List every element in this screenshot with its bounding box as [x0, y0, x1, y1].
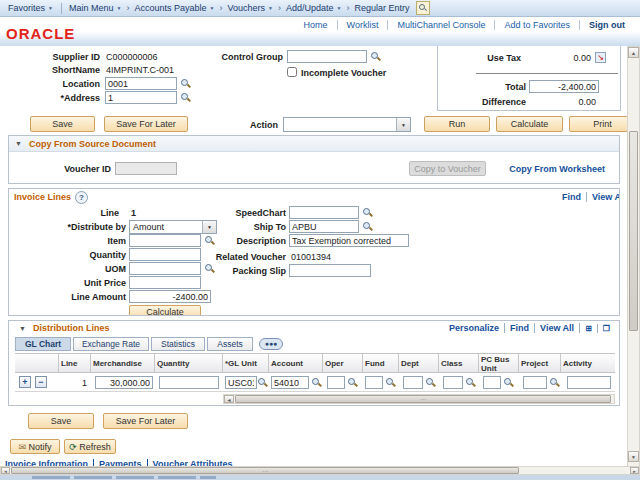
gl-unit-lookup-icon[interactable] — [257, 377, 268, 388]
scroll-right-icon[interactable]: ► — [630, 467, 639, 474]
footer-save-for-later-button[interactable]: Save For Later — [103, 413, 188, 429]
grid-header-pc-bus-unit: PC Bus Unit — [479, 354, 519, 374]
popup-window-icon[interactable]: ❒ — [598, 324, 615, 333]
unit-price-input[interactable] — [129, 276, 201, 289]
personalize-link[interactable]: Personalize — [444, 323, 505, 333]
delete-row-button[interactable]: − — [35, 376, 47, 388]
control-group-lookup-icon[interactable] — [370, 51, 381, 62]
tab-gl-chart[interactable]: GL Chart — [15, 337, 71, 351]
print-button[interactable]: Print — [569, 116, 627, 132]
class-lookup-icon[interactable] — [465, 377, 476, 388]
scroll-up-icon[interactable]: ▲ — [628, 47, 639, 58]
row-project-input[interactable] — [523, 376, 547, 389]
chevron-down-icon: ▼ — [268, 5, 273, 11]
grid-header-line: Line — [59, 354, 91, 374]
calculate-line-button[interactable]: Calculate — [129, 305, 201, 316]
incomplete-voucher-checkbox[interactable] — [287, 67, 297, 77]
fund-lookup-icon[interactable] — [385, 377, 396, 388]
refresh-button[interactable]: ⟳ Refresh — [64, 439, 116, 454]
view-all-link[interactable]: View All — [587, 192, 620, 202]
multichannel-console-link[interactable]: MultiChannel Console — [388, 20, 495, 30]
distribution-lines-title: Distribution Lines — [33, 323, 110, 333]
find-link[interactable]: Find — [505, 323, 535, 333]
project-lookup-icon[interactable] — [549, 377, 560, 388]
dept-lookup-icon[interactable] — [425, 377, 436, 388]
show-all-tabs-icon[interactable]: ●●● — [259, 338, 283, 350]
total-input[interactable] — [529, 80, 599, 93]
page-vertical-scrollbar[interactable]: ▲ ▼ — [627, 46, 640, 467]
control-group-input[interactable] — [287, 50, 367, 63]
row-pc-bus-unit-input[interactable] — [483, 376, 501, 389]
crumb-label: Accounts Payable — [134, 3, 206, 13]
save-for-later-button[interactable]: Save For Later — [104, 116, 188, 132]
favorites-menu[interactable]: Favorites ▼ — [8, 3, 53, 13]
location-input[interactable] — [105, 77, 177, 90]
search-icon[interactable] — [416, 1, 430, 15]
save-button[interactable]: Save — [30, 116, 95, 132]
row-quantity-input[interactable] — [159, 376, 219, 389]
crumb-add-update[interactable]: Add/Update ▼ — [286, 3, 342, 13]
grid-header-fund: Fund — [363, 354, 399, 374]
collapse-triangle-icon[interactable]: ▼ — [15, 140, 22, 147]
ship-to-input[interactable] — [289, 220, 359, 233]
view-all-link[interactable]: View All — [535, 323, 580, 333]
footer-save-button[interactable]: Save — [28, 413, 94, 429]
copy-source-header: ▼ Copy From Source Document — [9, 136, 619, 152]
speedchart-lookup-icon[interactable] — [362, 207, 373, 218]
find-link[interactable]: Find — [557, 192, 587, 202]
scroll-left-icon[interactable]: ◄ — [224, 395, 234, 403]
notify-label: Notify — [29, 442, 52, 452]
packing-slip-input[interactable] — [289, 264, 371, 277]
grid-horizontal-scrollbar[interactable]: ◄ ⋯ — [223, 394, 615, 404]
ship-to-lookup-icon[interactable] — [362, 221, 373, 232]
row-fund-input[interactable] — [365, 376, 383, 389]
help-icon[interactable]: ? — [75, 191, 88, 204]
download-icon[interactable]: ⊞ — [580, 324, 598, 333]
worklist-link[interactable]: Worklist — [338, 20, 389, 30]
page-horizontal-scrollbar[interactable]: ◄ ⋯ ► — [0, 466, 640, 475]
calculate-button[interactable]: Calculate — [496, 116, 563, 132]
row-merchandise-amt-input[interactable] — [95, 376, 153, 389]
address-lookup-icon[interactable] — [180, 92, 191, 103]
collapse-triangle-icon[interactable]: ▼ — [19, 325, 26, 332]
description-input[interactable] — [289, 234, 409, 247]
copy-from-worksheet-link[interactable]: Copy From Worksheet — [509, 164, 605, 174]
crumb-accounts-payable[interactable]: Accounts Payable ▼ — [134, 3, 214, 13]
line-amount-input[interactable] — [129, 290, 211, 303]
main-menu[interactable]: Main Menu ▼ — [69, 3, 121, 13]
horizontal-scrollbar-thumb[interactable]: ⋯ — [11, 467, 519, 474]
add-to-favorites-link[interactable]: Add to Favorites — [495, 20, 580, 30]
tab-statistics[interactable]: Statistics — [151, 337, 205, 351]
vertical-scrollbar-thumb[interactable] — [629, 131, 638, 331]
account-lookup-icon[interactable] — [311, 377, 322, 388]
oper-unit-lookup-icon[interactable] — [347, 377, 358, 388]
use-tax-drill-icon[interactable]: ↘ — [595, 52, 606, 63]
chevron-down-icon: ▼ — [396, 118, 410, 131]
row-dept-input[interactable] — [403, 376, 423, 389]
home-link[interactable]: Home — [295, 20, 338, 30]
scroll-down-icon[interactable]: ▼ — [628, 451, 639, 462]
refresh-label: Refresh — [79, 442, 111, 452]
row-oper-unit-input[interactable] — [327, 376, 345, 389]
tab-assets[interactable]: Assets — [207, 337, 253, 351]
main-menu-label: Main Menu — [69, 3, 114, 13]
row-class-input[interactable] — [443, 376, 463, 389]
location-lookup-icon[interactable] — [180, 78, 191, 89]
sign-out-link[interactable]: Sign out — [580, 20, 634, 30]
address-input[interactable] — [105, 91, 177, 104]
supplier-id-label: Supplier ID — [0, 52, 100, 62]
row-gl-unit-input[interactable] — [225, 376, 257, 389]
scroll-left-icon[interactable]: ◄ — [1, 467, 10, 474]
grid-scrollbar-thumb[interactable]: ⋯ — [235, 395, 611, 403]
row-account-input[interactable] — [271, 376, 309, 389]
notify-button[interactable]: ✉ Notify — [10, 439, 60, 454]
action-dropdown[interactable]: ▼ — [283, 117, 411, 132]
crumb-vouchers[interactable]: Vouchers ▼ — [227, 3, 272, 13]
tab-exchange-rate[interactable]: Exchange Rate — [73, 337, 149, 351]
row-activity-input[interactable] — [567, 376, 611, 389]
run-button[interactable]: Run — [424, 116, 490, 132]
add-row-button[interactable]: + — [19, 376, 31, 388]
speedchart-input[interactable] — [289, 206, 359, 219]
pc-bus-unit-lookup-icon[interactable] — [503, 377, 514, 388]
totals-separator — [476, 73, 618, 74]
